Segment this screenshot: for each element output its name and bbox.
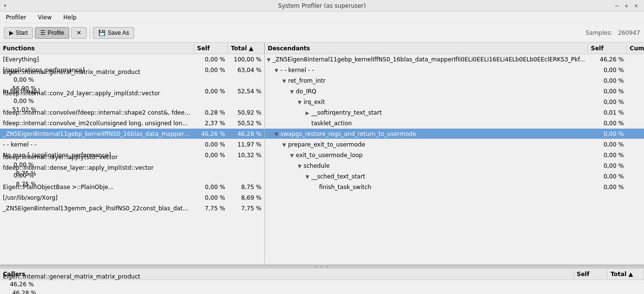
descendant-name-cell: ▶__softirqentry_text_start [265, 108, 588, 117]
table-row[interactable]: ▼ret_from_intr 0,00 % 0,02 % [265, 75, 644, 86]
descendants-col-name[interactable]: Descendants [265, 44, 588, 53]
function-self-cell: 46,26 % [194, 130, 228, 138]
table-row[interactable]: Eigen::internal::general_matrix_matrix_p… [0, 280, 644, 291]
descendant-name-cell: finish_task_switch [265, 183, 588, 191]
save-as-label: Save As [107, 29, 129, 36]
tree-toggle-icon[interactable]: ▼ [282, 78, 288, 84]
save-icon: 💾 [98, 29, 106, 36]
descendant-self-cell: 0,00 % [588, 87, 627, 96]
table-row[interactable]: [Everything] 0,00 % 100,00 % [0, 54, 264, 65]
descendant-self-cell: 0,00 % [588, 66, 627, 74]
descendants-col-cumulative[interactable]: Cumulative ▲ [627, 44, 644, 53]
function-name-cell: Eigen::PlainObjectBase >::PlainObje... [0, 183, 194, 191]
descendant-self-cell: 0,00 % [588, 76, 627, 85]
functions-table-body[interactable]: [Everything] 0,00 % 100,00 % [/applicati… [0, 54, 264, 265]
function-self-cell: 0,00 % [3, 97, 37, 105]
table-row[interactable]: ▼schedule 0,00 % 0,00 % [265, 161, 644, 171]
table-row[interactable]: Eigen::PlainObjectBase >::PlainObje... 0… [0, 182, 264, 192]
tree-toggle-icon[interactable]: ▼ [298, 100, 304, 105]
save-as-button[interactable]: 💾 Save As [93, 27, 134, 39]
table-row[interactable]: ▼- - kernel - - 0,00 % 0,02 % [265, 65, 644, 75]
descendant-name-cell: tasklet_action [265, 119, 588, 128]
tree-toggle-icon[interactable]: ▼ [275, 132, 280, 137]
function-total-cell: 46,28 % [228, 130, 264, 138]
table-row[interactable]: ▼__sched_text_start 0,00 % 0,00 % [265, 171, 644, 182]
descendant-self-cell: 0,00 % [588, 130, 627, 138]
table-row[interactable]: _ZN5Eigen8internal11gebp_kernelIffNS0_16… [0, 129, 264, 139]
function-total-cell: 50,92 % [228, 108, 264, 117]
function-self-cell: 0,28 % [194, 108, 228, 117]
descendants-panel: Descendants Self Cumulative ▲ ▼_ZN5Eigen… [265, 43, 644, 265]
descendant-name-cell: ▼schedule [265, 162, 588, 170]
title-bar: ▾ System Profiler (as superuser) − + × [0, 0, 644, 12]
functions-col-total[interactable]: Total ▲ [228, 44, 264, 53]
callers-table-body: Eigen::internal::general_matrix_matrix_p… [0, 280, 644, 294]
play-icon: ▶ [9, 29, 14, 36]
window-title: System Profiler (as superuser) [278, 2, 366, 9]
table-row[interactable]: _ZN5Eigen8internal13gemm_pack_lhsIfNS0_2… [0, 203, 264, 214]
table-row[interactable]: ▼swapgs_restore_regs_and_return_to_userm… [265, 129, 644, 139]
table-row[interactable]: [/usr/lib/xorg/Xorg] 0,00 % 8,69 % [0, 192, 264, 203]
table-row[interactable]: ▼irq_exit 0,00 % 0,02 % [265, 97, 644, 107]
menu-item-view[interactable]: View [34, 13, 55, 22]
function-total-cell: 11,97 % [228, 140, 264, 149]
tree-toggle-icon[interactable]: ▼ [275, 68, 280, 73]
samples-info: Samples: 260947 [585, 29, 640, 36]
functions-panel: Functions Self Total ▲ [Everything] 0,00… [0, 43, 265, 265]
function-total-cell: 8,69 % [228, 193, 264, 202]
descendants-col-self[interactable]: Self [588, 44, 627, 53]
descendant-cumulative-cell: 0,02 % [627, 76, 644, 85]
tree-toggle-icon[interactable]: ▼ [290, 89, 296, 94]
descendant-cumulative-cell: 0,00 % [627, 119, 644, 128]
clear-button[interactable]: ✕ [71, 27, 87, 39]
table-row[interactable]: ▼exit_to_usermode_loop 0,00 % 0,00 % [265, 150, 644, 161]
tree-toggle-icon[interactable]: ▼ [282, 142, 288, 147]
close-button[interactable]: × [632, 2, 640, 9]
tree-toggle-icon[interactable]: ▼ [267, 57, 273, 62]
functions-col-self[interactable]: Self [194, 44, 228, 53]
functions-panel-header: Functions Self Total ▲ [0, 43, 264, 54]
start-button[interactable]: ▶ Start [4, 27, 33, 39]
functions-col-name[interactable]: Functions [0, 44, 194, 53]
table-row[interactable]: finish_task_switch 0,00 % 0,00 % [265, 182, 644, 192]
table-row[interactable]: ▼do_IRQ 0,00 % 0,02 % [265, 86, 644, 97]
function-self-cell: 7,75 % [194, 204, 228, 213]
descendant-name-cell: ▼_ZN5Eigen8internal11gebp_kernelIffNS0_1… [265, 55, 588, 64]
table-row[interactable]: fdeep::internal::conv_2d_layer::apply_im… [0, 97, 264, 107]
descendant-self-cell: 0,00 % [588, 151, 627, 160]
title-bar-left: ▾ [4, 3, 6, 8]
descendant-self-cell: 0,00 % [588, 183, 627, 191]
descendant-cumulative-cell: 0,00 % [627, 183, 644, 191]
function-total-cell: 8,75 % [228, 183, 264, 191]
tree-toggle-icon[interactable]: ▼ [306, 174, 311, 179]
table-row[interactable]: Eigen::internal::general_matrix_matrix_p… [0, 75, 264, 86]
table-row[interactable]: - - kernel - - 0,00 % 11,97 % [0, 139, 264, 150]
table-row[interactable]: ▼prepare_exit_to_usermode 0,00 % 0,00 % [265, 139, 644, 150]
samples-label: Samples: [585, 29, 612, 36]
function-name-cell: [/usr/lib/xorg/Xorg] [0, 193, 194, 202]
tree-toggle-icon[interactable]: ▼ [290, 153, 296, 158]
minimize-button[interactable]: − [613, 2, 620, 9]
descendant-name-cell: ▼ret_from_intr [265, 76, 588, 85]
table-row[interactable]: fdeep::internal::convolve(fdeep::interna… [0, 107, 264, 118]
table-row[interactable]: fdeep::internal::dense_layer::apply_impl… [0, 171, 264, 182]
descendant-name-cell: ▼swapgs_restore_regs_and_return_to_userm… [265, 130, 588, 138]
table-row[interactable]: fdeep::internal::convolve_im2col(unsigne… [0, 118, 264, 129]
descendant-self-cell: 0,00 % [588, 140, 627, 149]
toolbar: ▶ Start ☰ Profile ✕ 💾 Save As Samples: 2… [0, 23, 644, 43]
descendant-cumulative-cell: 0,00 % [627, 151, 644, 160]
descendant-name-cell: ▼__sched_text_start [265, 172, 588, 181]
tree-toggle-icon[interactable]: ▼ [298, 163, 304, 169]
function-name-cell: _ZN5Eigen8internal13gemm_pack_lhsIfNS0_2… [0, 204, 194, 213]
toolbar-separator [90, 27, 90, 39]
descendants-table-body[interactable]: ▼_ZN5Eigen8internal11gebp_kernelIffNS0_1… [265, 54, 644, 265]
function-self-cell: 0,00 % [194, 193, 228, 202]
menu-item-help[interactable]: Help [60, 13, 80, 22]
table-row[interactable]: tasklet_action 0,00 % 0,00 % [265, 118, 644, 129]
table-row[interactable]: ▼_ZN5Eigen8internal11gebp_kernelIffNS0_1… [265, 54, 644, 65]
profile-button[interactable]: ☰ Profile [35, 27, 69, 39]
menu-item-profiler[interactable]: Profiler [2, 13, 30, 22]
tree-toggle-icon[interactable]: ▶ [306, 110, 311, 116]
table-row[interactable]: ▶__softirqentry_text_start 0,01 % 0,02 % [265, 107, 644, 118]
maximize-button[interactable]: + [623, 2, 630, 9]
